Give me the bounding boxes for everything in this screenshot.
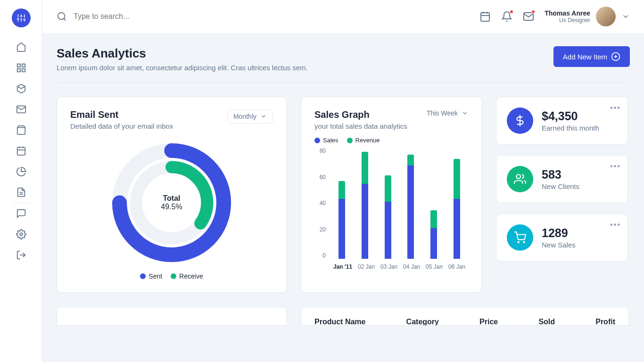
page-subtitle: Lorem ipsum dolor sit amet, consectetur … <box>57 64 308 72</box>
stat-clients-label: New Clients <box>542 182 579 190</box>
legend-sent-label: Sent <box>149 272 162 280</box>
email-card-title: Email Sent <box>70 109 173 120</box>
table-col-profit: Profit <box>595 318 615 326</box>
email-donut-chart: Total 49.5% <box>110 141 233 264</box>
add-new-item-button[interactable]: Add New Item <box>553 46 630 67</box>
more-icon[interactable]: ••• <box>610 221 621 229</box>
page-header: Sales Analytics Lorem ipsum dolor sit am… <box>57 46 630 82</box>
y-tick: 60 <box>314 174 326 181</box>
users-icon <box>507 166 533 192</box>
stat-sales-card: ••• 1289 New Sales <box>496 214 628 262</box>
product-table-card: Product Name Category Price Sold Profit <box>301 307 629 326</box>
sales-card-title: Sales Graph <box>314 109 407 120</box>
table-col-sold: Sold <box>538 318 555 326</box>
svg-rect-9 <box>17 64 20 67</box>
stat-earned-card: ••• $4,350 Earned this month <box>496 97 628 145</box>
bar-column <box>339 181 345 259</box>
stat-earned-value: $4,350 <box>542 109 599 123</box>
user-role: Ux Designer <box>545 17 590 24</box>
bar-column <box>362 152 368 259</box>
sales-card-subtitle: your total sales data analytics <box>314 122 407 130</box>
bar-column <box>407 155 414 259</box>
bar-column <box>454 159 460 259</box>
svg-rect-12 <box>17 69 20 72</box>
notification-dot <box>510 10 513 14</box>
svg-rect-15 <box>17 148 25 156</box>
user-menu[interactable]: Thomas Anree Ux Designer <box>545 7 630 26</box>
sales-period-select[interactable]: This Week <box>427 109 468 117</box>
mail-icon[interactable] <box>16 104 27 115</box>
legend-dot-sales <box>314 138 320 143</box>
table-col-category: Category <box>406 318 439 326</box>
svg-rect-10 <box>22 64 25 67</box>
stat-sales-label: New Sales <box>542 241 576 249</box>
sales-legend: Sales Revenue <box>314 137 468 144</box>
table-heading: Product Name <box>314 318 365 326</box>
calendar-icon[interactable] <box>16 145 27 156</box>
stats-column: ••• $4,350 Earned this month ••• 583 New… <box>496 97 628 293</box>
user-name: Thomas Anree <box>545 9 590 17</box>
legend-dot-revenue <box>347 138 353 143</box>
nav-primary <box>16 41 27 198</box>
bar-column <box>430 210 437 259</box>
header-calendar-icon[interactable] <box>479 11 491 22</box>
svg-point-21 <box>20 233 23 236</box>
nav-divider <box>13 203 30 203</box>
bar-chart: 806040200 Jan '1102 Jan03 Jan04 Jan05 Ja… <box>314 148 468 270</box>
app-logo[interactable] <box>12 8 31 27</box>
search-icon <box>57 11 67 22</box>
nav-secondary <box>16 208 27 261</box>
piechart-icon[interactable] <box>16 166 27 177</box>
x-tick: 03 Jan <box>380 263 397 270</box>
grid-icon[interactable] <box>16 62 27 74</box>
stat-sales-value: 1289 <box>542 226 576 240</box>
email-legend: Sent Receive <box>140 272 203 280</box>
logout-icon[interactable] <box>16 249 27 261</box>
bag-icon[interactable] <box>16 124 27 136</box>
legend-sales-label: Sales <box>323 137 339 144</box>
y-tick: 40 <box>314 200 326 206</box>
page-title: Sales Analytics <box>57 46 308 61</box>
svg-point-39 <box>518 242 519 243</box>
email-sent-card: Email Sent Detailed data of your email i… <box>57 97 287 293</box>
message-icon[interactable] <box>523 11 534 22</box>
more-icon[interactable]: ••• <box>610 162 621 171</box>
x-tick: 04 Jan <box>403 263 420 270</box>
chat-icon[interactable] <box>16 208 27 219</box>
gear-icon[interactable] <box>16 229 27 240</box>
y-tick: 20 <box>314 226 326 233</box>
email-period-select[interactable]: Monthly <box>227 109 273 123</box>
sales-graph-card: Sales Graph your total sales data analyt… <box>301 97 482 293</box>
donut-center-value: 49.5% <box>161 203 182 211</box>
donut-center-label: Total <box>161 194 182 203</box>
table-col-price: Price <box>479 318 498 326</box>
add-button-label: Add New Item <box>563 53 607 61</box>
y-tick: 80 <box>314 148 326 154</box>
search-wrapper <box>57 11 470 22</box>
x-tick: Jan '11 <box>333 263 352 270</box>
svg-line-24 <box>64 18 66 20</box>
home-icon[interactable] <box>16 41 27 53</box>
message-dot <box>531 10 535 14</box>
sales-period-label: This Week <box>427 109 458 117</box>
box-icon[interactable] <box>16 83 27 94</box>
plus-circle-icon <box>611 52 620 61</box>
search-input[interactable] <box>74 12 470 21</box>
header-icons: Thomas Anree Ux Designer <box>479 7 630 26</box>
x-tick: 05 Jan <box>426 263 443 270</box>
legend-receive-label: Receive <box>179 272 203 280</box>
header: Thomas Anree Ux Designer <box>42 0 644 33</box>
sidebar <box>0 0 42 362</box>
stat-earned-label: Earned this month <box>542 124 599 132</box>
avatar <box>596 7 616 26</box>
file-icon[interactable] <box>16 187 27 198</box>
more-icon[interactable]: ••• <box>610 104 621 112</box>
email-period-label: Monthly <box>233 113 256 120</box>
stat-clients-value: 583 <box>542 168 579 181</box>
bell-icon[interactable] <box>501 11 512 22</box>
email-card-subtitle: Detailed data of your email inbox <box>70 122 173 130</box>
legend-revenue-label: Revenue <box>355 137 380 144</box>
legend-dot-sent <box>140 273 146 279</box>
x-tick: 02 Jan <box>358 263 375 270</box>
dollar-icon <box>507 107 533 134</box>
